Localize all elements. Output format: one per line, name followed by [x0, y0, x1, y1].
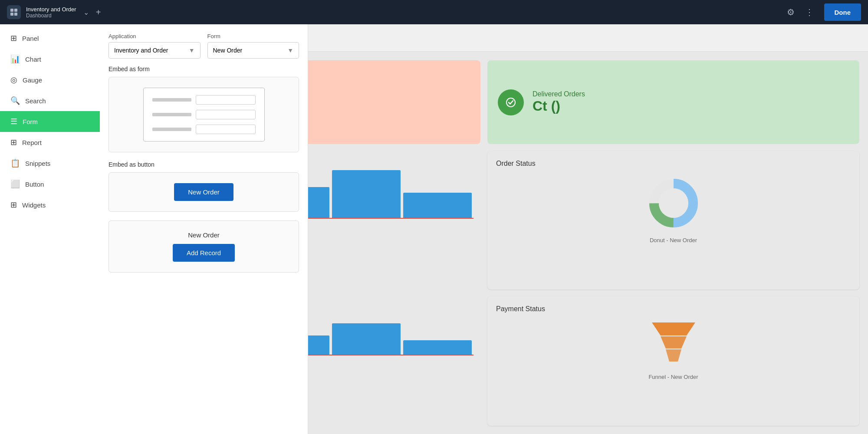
funnel-label: Funnel - New Order	[496, 374, 851, 380]
search-icon: 🔍	[10, 96, 20, 105]
add-record-button[interactable]: Add Record	[173, 244, 235, 262]
form-preview-input-1	[196, 95, 256, 105]
sidebar-item-gauge[interactable]: ◎ Gauge	[0, 69, 100, 90]
form-preview-row-3	[152, 125, 256, 134]
report-icon: ⊞	[10, 138, 17, 147]
sidebar-label-search: Search	[25, 97, 46, 105]
form-arrow-icon: ▼	[287, 47, 293, 54]
form-preview-input-2	[196, 110, 256, 119]
add-dashboard-icon[interactable]: +	[96, 7, 101, 17]
gauge-icon: ◎	[10, 75, 17, 85]
topbar-title-main: Inventory and Order	[26, 6, 76, 13]
sidebar-label-gauge: Gauge	[23, 76, 42, 84]
application-arrow-icon: ▼	[189, 47, 195, 54]
add-record-section: New Order Add Record	[108, 220, 299, 273]
delivered-orders-icon	[498, 89, 524, 115]
form-preview-label-1	[152, 98, 191, 102]
layout: ⊞ Panel 📊 Chart ◎ Gauge 🔍 Search ☰ Form …	[0, 24, 868, 434]
application-label: Application	[108, 33, 201, 39]
add-record-title: New Order	[188, 231, 220, 239]
form-dropdown[interactable]: New Order ▼	[207, 42, 299, 59]
embed-form-label: Embed as form	[108, 66, 299, 72]
delivered-orders-title: Delivered Orders	[533, 90, 585, 98]
embed-form-preview	[108, 77, 299, 152]
form-preview-row-2	[152, 110, 256, 119]
more-options-icon[interactable]: ⋮	[805, 7, 814, 17]
new-order-button[interactable]: New Order	[174, 183, 233, 201]
bar2-5	[403, 340, 472, 355]
sidebar-label-form: Form	[23, 118, 38, 125]
sidebar-item-search[interactable]: 🔍 Search	[0, 90, 100, 111]
svg-marker-10	[652, 322, 695, 335]
delivered-orders-value: Ct ()	[533, 98, 585, 114]
application-value: Inventory and Order	[114, 47, 168, 54]
chevron-down-icon[interactable]: ⌄	[83, 8, 89, 16]
app-form-selectors: Application Inventory and Order ▼ Form N…	[108, 33, 299, 59]
topbar-logo	[7, 5, 21, 19]
sidebar-label-widgets: Widgets	[22, 201, 46, 209]
chart-icon: 📊	[10, 54, 20, 64]
bar-4	[332, 170, 401, 218]
sidebar-label-panel: Panel	[22, 35, 39, 42]
form-preview-label-2	[152, 113, 191, 116]
form-icon: ☰	[10, 117, 17, 126]
form-group: Form New Order ▼	[207, 33, 299, 59]
embed-button-preview: New Order	[108, 172, 299, 212]
sidebar-item-snippets[interactable]: 📋 Snippets	[0, 153, 100, 174]
bar2-4	[332, 323, 401, 355]
settings-icon[interactable]: ⚙	[787, 7, 795, 17]
funnel-chart	[648, 318, 700, 370]
snippets-icon: 📋	[10, 158, 20, 168]
bar-5	[403, 193, 472, 218]
svg-point-9	[659, 188, 688, 218]
order-status-card: Order Status Donut - New Order	[487, 151, 859, 289]
svg-rect-2	[10, 13, 13, 16]
donut-chart	[648, 177, 700, 229]
form-label: Form	[207, 33, 299, 39]
funnel-container	[496, 318, 851, 370]
payment-status-card: Payment Status Funnel - New Order	[487, 296, 859, 426]
topbar-title-sub: Dashboard	[26, 13, 76, 19]
sidebar-label-report: Report	[22, 139, 42, 146]
svg-rect-1	[14, 9, 17, 12]
form-config-panel: Application Inventory and Order ▼ Form N…	[100, 24, 308, 434]
topbar-title: Inventory and Order Dashboard	[26, 6, 76, 19]
payment-status-title: Payment Status	[496, 305, 851, 313]
form-value: New Order	[213, 47, 243, 54]
svg-rect-0	[10, 9, 13, 12]
topbar: Inventory and Order Dashboard ⌄ + ⚙ ⋮ Do…	[0, 0, 868, 24]
done-button[interactable]: Done	[824, 3, 861, 21]
panel-icon: ⊞	[10, 33, 17, 43]
svg-marker-11	[661, 336, 687, 349]
application-group: Application Inventory and Order ▼	[108, 33, 201, 59]
delivered-orders-card: Delivered Orders Ct ()	[487, 60, 859, 144]
donut-container	[496, 173, 851, 233]
sidebar-item-chart[interactable]: 📊 Chart	[0, 49, 100, 69]
embed-button-label: Embed as button	[108, 161, 299, 168]
sidebar-label-chart: Chart	[25, 56, 41, 63]
sidebar-item-form[interactable]: ☰ Form	[0, 111, 100, 132]
sidebar-label-snippets: Snippets	[25, 160, 50, 167]
sidebar: ⊞ Panel 📊 Chart ◎ Gauge 🔍 Search ☰ Form …	[0, 24, 100, 434]
sidebar-item-report[interactable]: ⊞ Report	[0, 132, 100, 153]
sidebar-item-button[interactable]: ⬜ Button	[0, 174, 100, 194]
widgets-icon: ⊞	[10, 200, 17, 210]
svg-rect-3	[14, 13, 17, 16]
form-preview-row-1	[152, 95, 256, 105]
sidebar-item-widgets[interactable]: ⊞ Widgets	[0, 194, 100, 215]
donut-label: Donut - New Order	[496, 237, 851, 243]
sidebar-item-panel[interactable]: ⊞ Panel	[0, 28, 100, 49]
application-dropdown[interactable]: Inventory and Order ▼	[108, 42, 201, 59]
order-status-title: Order Status	[496, 160, 851, 168]
form-preview-box	[143, 88, 265, 141]
form-preview-input-3	[196, 125, 256, 134]
form-preview-label-3	[152, 128, 191, 131]
svg-marker-12	[666, 349, 681, 362]
button-icon: ⬜	[10, 179, 20, 189]
delivered-orders-info: Delivered Orders Ct ()	[533, 90, 585, 114]
sidebar-label-button: Button	[25, 181, 44, 188]
